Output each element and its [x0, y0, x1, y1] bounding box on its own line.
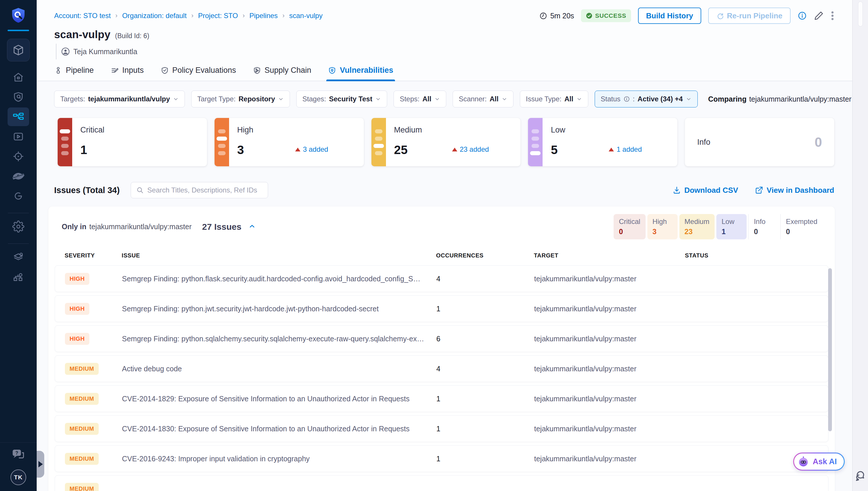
- chip-low[interactable]: Low1: [716, 214, 747, 239]
- sidebar-item-targets[interactable]: [7, 147, 29, 166]
- tab-label: Inputs: [122, 66, 144, 75]
- severity-card-high[interactable]: High33 added: [215, 118, 364, 166]
- issue-target: tejakummarikuntla/vulpy:master: [534, 395, 685, 403]
- sidebar-item-executions[interactable]: [7, 127, 29, 146]
- issues-table: HIGHSemgrep Finding: python.flask.securi…: [55, 265, 829, 491]
- issue-row[interactable]: HIGHSemgrep Finding: python.flask.securi…: [55, 265, 829, 292]
- chevron-down-icon: [686, 96, 692, 102]
- pipeline-info-button[interactable]: [798, 11, 807, 20]
- tab-label: Vulnerabilities: [340, 66, 393, 75]
- sidebar-expand-handle[interactable]: [37, 451, 44, 478]
- support-chat-button[interactable]: [854, 469, 867, 484]
- severity-card-name: Critical: [80, 125, 104, 135]
- page-title: scan-vulpy: [54, 29, 110, 41]
- breadcrumb-link-scan-vulpy[interactable]: scan-vulpy: [289, 12, 322, 20]
- breadcrumb-link-pipelines[interactable]: Pipelines: [249, 12, 278, 20]
- issue-row[interactable]: MEDIUMCVE-2014-1830: Exposure of Sensiti…: [55, 415, 829, 442]
- tab-vulnerabilities[interactable]: Vulnerabilities: [328, 66, 393, 81]
- sidebar-item-default-settings[interactable]: [7, 248, 29, 266]
- severity-gauge-bar: [531, 137, 539, 141]
- filter-targets[interactable]: Targets:tejakummarikuntla/vulpy: [54, 91, 185, 108]
- filter-status[interactable]: Status:Active (34) +4: [595, 91, 698, 108]
- build-id: (Build Id: 6): [115, 32, 149, 40]
- chip-label: Low: [721, 218, 741, 226]
- sidebar-item-org-settings[interactable]: [7, 268, 29, 286]
- chip-label: High: [653, 218, 672, 226]
- more-options-button[interactable]: [831, 11, 834, 21]
- column-header-issue: ISSUE: [122, 252, 436, 259]
- collapse-group-button[interactable]: [248, 223, 256, 231]
- edit-pipeline-button[interactable]: [814, 11, 824, 21]
- severity-gauge-bar: [373, 144, 384, 148]
- issue-title: Semgrep Finding: python.jwt.security.jwt…: [122, 305, 436, 313]
- sidebar-item-pipelines[interactable]: [7, 108, 29, 126]
- filter-value: Repository: [238, 95, 275, 103]
- column-header-status: STATUS: [685, 252, 820, 259]
- filter-steps[interactable]: Steps:All: [394, 91, 446, 108]
- issue-row[interactable]: MEDIUMCVE-2016-9243: Improper input vali…: [55, 445, 829, 472]
- chevron-down-icon: [278, 96, 284, 102]
- severity-badge: HIGH: [65, 303, 89, 315]
- breadcrumb-link-project-sto[interactable]: Project: STO: [198, 12, 238, 20]
- content-area: Targets:tejakummarikuntla/vulpyTarget Ty…: [37, 81, 852, 491]
- filter-scanner[interactable]: Scanner:All: [453, 91, 514, 108]
- ask-ai-label: Ask AI: [813, 457, 837, 466]
- comparing-label: Comparing: [708, 95, 747, 104]
- issue-title: CVE-2014-1830: Exposure of Sensitive Inf…: [122, 425, 436, 433]
- severity-card-medium[interactable]: Medium2523 added: [371, 118, 521, 166]
- issue-row[interactable]: MEDIUMActive debug code4tejakummarikuntl…: [55, 355, 829, 382]
- severity-card-info[interactable]: Info0: [685, 118, 834, 166]
- filter-label: Targets:: [60, 95, 85, 103]
- sidebar-item-home[interactable]: [7, 68, 29, 86]
- sidebar: ? TK: [0, 0, 37, 491]
- severity-card-low[interactable]: Low51 added: [528, 118, 677, 166]
- view-in-dashboard-link[interactable]: View in Dashboard: [755, 186, 834, 195]
- filter-issue-type[interactable]: Issue Type:All: [520, 91, 588, 108]
- sidebar-item-settings[interactable]: [7, 217, 29, 236]
- help-button[interactable]: ?: [12, 449, 25, 461]
- filter-stages[interactable]: Stages:Security Test: [296, 91, 387, 108]
- filter-target-type[interactable]: Target Type:Repository: [191, 91, 290, 108]
- chip-exempted[interactable]: Exempted0: [780, 214, 823, 239]
- power-icon: [12, 190, 24, 202]
- chip-info[interactable]: Info0: [748, 214, 779, 239]
- chip-critical[interactable]: Critical0: [614, 214, 645, 239]
- issues-total-title: Issues (Total 34): [54, 185, 120, 195]
- header-actions: 5m 20s SUCCESS Build History Re-run Pipe…: [539, 7, 834, 24]
- issue-row[interactable]: MEDIUM: [55, 475, 829, 491]
- chip-medium[interactable]: Medium23: [679, 214, 715, 239]
- issues-search: [131, 182, 268, 198]
- chip-high[interactable]: High3: [647, 214, 678, 239]
- issue-row[interactable]: MEDIUMCVE-2014-1829: Exposure of Sensiti…: [55, 385, 829, 412]
- tab-pipeline[interactable]: Pipeline: [54, 66, 94, 81]
- sidebar-item-test-targets[interactable]: [7, 167, 29, 185]
- issue-title: CVE-2016-9243: Improper input validation…: [122, 455, 436, 463]
- breadcrumb-link-organization-default[interactable]: Organization: default: [122, 12, 187, 20]
- sidebar-item-overview[interactable]: [7, 88, 29, 106]
- breadcrumb-link-account-sto-test[interactable]: Account: STO test: [54, 12, 111, 20]
- filter-value: All: [490, 95, 499, 103]
- sidebar-item-getting-started[interactable]: [7, 187, 29, 205]
- table-scrollbar[interactable]: [828, 268, 832, 431]
- ask-ai-button[interactable]: Ask AI: [793, 453, 845, 471]
- tab-supply-chain[interactable]: Supply Chain: [253, 66, 311, 81]
- issues-search-input[interactable]: [147, 186, 262, 194]
- module-selector-button[interactable]: [7, 39, 30, 61]
- filter-label: Target Type:: [197, 95, 236, 103]
- tab-inputs[interactable]: Inputs: [111, 66, 144, 81]
- policy-shield-icon: [161, 66, 169, 75]
- build-history-button[interactable]: Build History: [638, 7, 702, 24]
- group-issue-count: 27 Issues: [202, 222, 241, 232]
- severity-card-critical[interactable]: Critical1: [58, 118, 207, 166]
- severity-card-added: 23 added: [452, 145, 489, 153]
- inputs-tab-icon: [111, 66, 119, 75]
- issue-row[interactable]: HIGHSemgrep Finding: python.jwt.security…: [55, 295, 829, 322]
- chat-bubbles-icon: [854, 469, 867, 482]
- severity-gauge-bar: [61, 151, 69, 155]
- rerun-pipeline-button[interactable]: Re-run Pipeline: [708, 7, 790, 24]
- tab-policy-evaluations[interactable]: Policy Evaluations: [161, 66, 236, 81]
- download-csv-link[interactable]: Download CSV: [673, 186, 738, 195]
- issue-row[interactable]: HIGHSemgrep Finding: python.sqlalchemy.s…: [55, 325, 829, 352]
- page-scrollbar-thumb[interactable]: [858, 1, 863, 27]
- user-avatar[interactable]: TK: [10, 469, 26, 485]
